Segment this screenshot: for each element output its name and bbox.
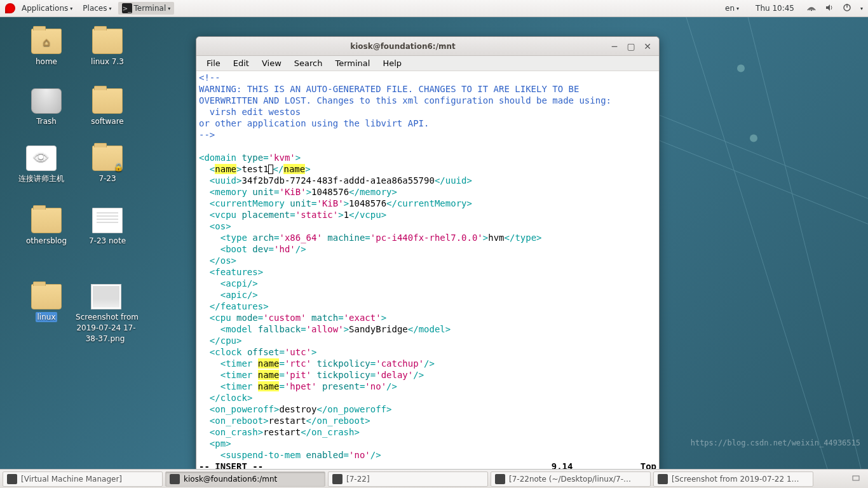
terminal-app-menu[interactable]: >_ Terminal ▾ bbox=[118, 2, 175, 15]
applications-menu[interactable]: Applications ▾ bbox=[18, 3, 76, 14]
desktop-icon-7-23[interactable]: 7-23 bbox=[80, 146, 135, 184]
desktop-icon-home[interactable]: home bbox=[19, 29, 74, 67]
terminal-output[interactable]: <!--WARNING: THIS IS AN AUTO-GENERATED F… bbox=[196, 71, 659, 483]
task-label: [Screenshot from 2019-07-22 1… bbox=[672, 475, 799, 484]
svg-line-5 bbox=[677, 17, 836, 469]
icon-label: linux bbox=[36, 312, 58, 322]
network-icon[interactable] bbox=[807, 3, 816, 14]
desktop-icon-linux[interactable]: linux bbox=[19, 284, 74, 323]
input-language[interactable]: en ▾ bbox=[721, 3, 743, 14]
task-gedit2[interactable]: [7-22note (~/Desktop/linux/7-… bbox=[491, 471, 651, 487]
window-title: kiosk@foundation6:/mnt bbox=[201, 42, 604, 51]
svg-point-8 bbox=[750, 135, 757, 142]
menu-edit[interactable]: Edit bbox=[227, 57, 255, 69]
volume-icon[interactable] bbox=[825, 3, 834, 14]
desktop[interactable]: homelinux 7.3Trashsoftware👁连接讲师主机7-23oth… bbox=[0, 17, 868, 469]
distro-logo-icon bbox=[5, 3, 15, 13]
task-icon bbox=[170, 474, 180, 484]
icon-label: 7-23 bbox=[97, 173, 118, 184]
terminal-menubar: FileEditViewSearchTerminalHelp bbox=[196, 56, 659, 71]
tray-icon bbox=[851, 473, 860, 482]
icon-label: software bbox=[89, 116, 126, 126]
task-icon bbox=[495, 474, 505, 484]
maximize-button[interactable]: ▢ bbox=[625, 40, 637, 53]
window-titlebar[interactable]: kiosk@foundation6:/mnt ─ ▢ ✕ bbox=[196, 37, 659, 56]
svg-point-7 bbox=[737, 65, 745, 72]
icon-label: 7-23 note bbox=[87, 236, 128, 246]
icon-label: home bbox=[34, 57, 59, 67]
icon-label: othersblog bbox=[24, 236, 69, 246]
icon-label: Screenshot from 2019-07-24 17-38-37.png bbox=[74, 312, 139, 344]
menu-search[interactable]: Search bbox=[288, 57, 329, 69]
icon-label: linux 7.3 bbox=[89, 57, 126, 67]
menu-terminal[interactable]: Terminal bbox=[329, 57, 376, 69]
terminal-window[interactable]: kiosk@foundation6:/mnt ─ ▢ ✕ FileEditVie… bbox=[196, 36, 660, 484]
desktop-icon-software[interactable]: software bbox=[80, 88, 135, 127]
task-label: [7-22] bbox=[346, 475, 370, 484]
desktop-icon-connect-instructor[interactable]: 👁连接讲师主机 bbox=[14, 146, 69, 184]
task-label: kiosk@foundation6:/mnt bbox=[184, 475, 277, 484]
menu-view[interactable]: View bbox=[255, 57, 288, 69]
svg-point-0 bbox=[811, 9, 812, 10]
menu-help[interactable]: Help bbox=[376, 57, 408, 69]
power-icon[interactable] bbox=[843, 3, 851, 14]
desktop-icon-screenshot[interactable]: Screenshot from 2019-07-24 17-38-37.png bbox=[71, 284, 141, 344]
clock[interactable]: Thu 10:45 bbox=[752, 3, 798, 14]
system-menu-arrow[interactable]: ▾ bbox=[860, 6, 863, 11]
svg-line-6 bbox=[741, 17, 868, 469]
icon-label: Trash bbox=[34, 116, 58, 126]
menu-file[interactable]: File bbox=[200, 57, 227, 69]
minimize-button[interactable]: ─ bbox=[608, 40, 621, 53]
task-icon bbox=[7, 474, 17, 484]
svg-rect-9 bbox=[853, 476, 859, 480]
watermark-text: https://blog.csdn.net/weixin_44936515 bbox=[691, 438, 860, 447]
desktop-icon-7-23-note[interactable]: 7-23 note bbox=[80, 208, 135, 247]
places-menu[interactable]: Places ▾ bbox=[79, 3, 115, 14]
task-icon bbox=[332, 474, 342, 484]
desktop-icon-othersblog[interactable]: othersblog bbox=[19, 208, 74, 247]
desktop-icon-linux73[interactable]: linux 7.3 bbox=[80, 29, 135, 67]
task-gedit1[interactable]: [7-22] bbox=[328, 471, 488, 487]
top-panel: Applications ▾ Places ▾ >_ Terminal ▾ en… bbox=[0, 0, 868, 17]
close-button[interactable]: ✕ bbox=[641, 40, 654, 53]
task-icon bbox=[658, 474, 668, 484]
icon-label: 连接讲师主机 bbox=[17, 173, 66, 184]
task-label: [Virtual Machine Manager] bbox=[21, 475, 122, 484]
desktop-icon-trash[interactable]: Trash bbox=[19, 88, 74, 127]
task-vmm[interactable]: [Virtual Machine Manager] bbox=[3, 471, 163, 487]
task-eog[interactable]: [Screenshot from 2019-07-22 1… bbox=[653, 471, 813, 487]
taskbar-tray[interactable] bbox=[846, 473, 865, 484]
terminal-icon: >_ bbox=[122, 3, 132, 13]
bottom-taskbar: [Virtual Machine Manager]kiosk@foundatio… bbox=[0, 469, 868, 488]
task-term[interactable]: kiosk@foundation6:/mnt bbox=[165, 471, 325, 487]
task-label: [7-22note (~/Desktop/linux/7-… bbox=[509, 475, 631, 484]
